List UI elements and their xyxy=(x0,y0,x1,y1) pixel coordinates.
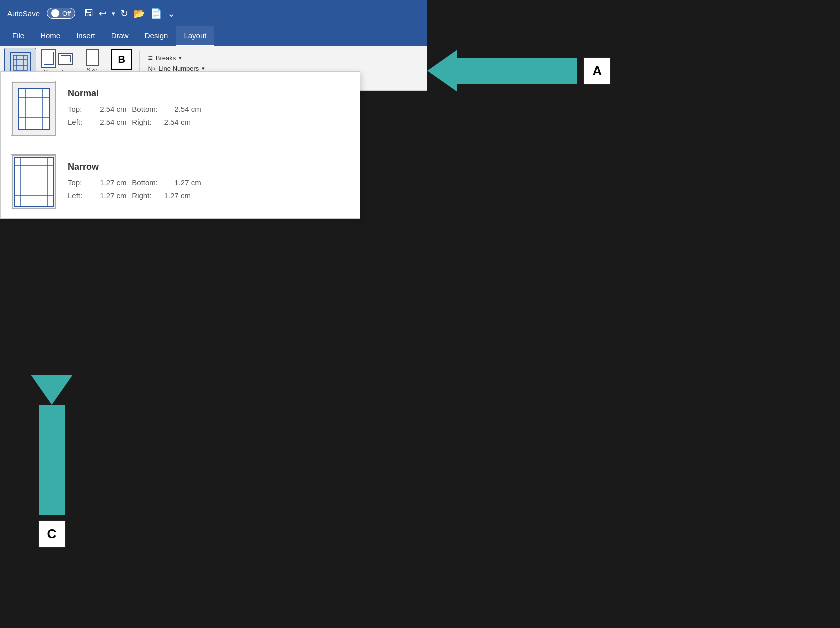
narrow-bottom-label: Bottom: xyxy=(132,176,162,190)
svg-rect-1 xyxy=(14,56,28,70)
normal-left-label: Left: xyxy=(68,116,98,129)
normal-top-val: 2.54 cm xyxy=(100,103,130,116)
orient-landscape xyxy=(58,53,74,65)
open-folder-icon[interactable]: 📂 xyxy=(134,8,146,20)
normal-right-label: Right: xyxy=(132,116,162,129)
normal-margin-thumbnail xyxy=(11,81,56,136)
narrow-thumbnail-svg xyxy=(12,155,56,210)
undo-icon[interactable]: ↩ xyxy=(99,8,107,20)
label-a: A xyxy=(593,64,602,79)
arrow-a-container: A xyxy=(428,50,612,92)
normal-bottom-label: Bottom: xyxy=(132,103,162,116)
size-icon xyxy=(86,49,99,66)
narrow-margin-thumbnail xyxy=(11,154,56,210)
narrow-bottom-val: 1.27 cm xyxy=(174,176,204,190)
normal-margin-info: Normal Top: 2.54 cm Bottom: 2.54 cm Left… xyxy=(68,88,350,128)
tab-insert[interactable]: Insert xyxy=(68,26,104,46)
margin-item-normal[interactable]: Normal Top: 2.54 cm Bottom: 2.54 cm Left… xyxy=(1,72,360,146)
columns-icon: B xyxy=(112,49,132,70)
narrow-margin-name: Narrow xyxy=(68,162,350,172)
arrow-a-body xyxy=(458,58,578,84)
tab-draw[interactable]: Draw xyxy=(104,26,137,46)
breaks-icon: ≡ xyxy=(148,54,152,63)
orientation-icon xyxy=(42,49,74,68)
margin-item-narrow[interactable]: Narrow Top: 1.27 cm Bottom: 1.27 cm Left… xyxy=(1,146,360,218)
ribbon-tabs: File Home Insert Draw Design Layout xyxy=(0,26,427,46)
narrow-left-label: Left: xyxy=(68,190,98,202)
normal-margin-detail: Top: 2.54 cm Bottom: 2.54 cm Left: 2.54 … xyxy=(68,103,350,128)
breaks-label: Breaks xyxy=(156,54,176,62)
toggle-knob xyxy=(52,10,60,18)
arrow-c-arrow xyxy=(31,375,73,515)
more-icon[interactable]: ⌄ xyxy=(168,8,176,20)
narrow-right-label: Right: xyxy=(132,190,162,202)
normal-margin-name: Normal xyxy=(68,88,350,99)
tab-home[interactable]: Home xyxy=(32,26,68,46)
breaks-button[interactable]: ≡ Breaks ▾ xyxy=(148,54,207,63)
narrow-top-label: Top: xyxy=(68,176,98,190)
columns-icon-label: B xyxy=(118,54,125,66)
save-icon[interactable]: 🖫 xyxy=(84,8,94,19)
tab-file[interactable]: File xyxy=(4,26,32,46)
title-icons: 🖫 ↩ ▾ ↻ 📂 📄 ⌄ xyxy=(84,8,176,20)
new-doc-icon[interactable]: 📄 xyxy=(150,8,162,20)
narrow-top-val: 1.27 cm xyxy=(100,176,130,190)
narrow-margin-detail: Top: 1.27 cm Bottom: 1.27 cm Left: 1.27 … xyxy=(68,176,350,202)
label-a-box: A xyxy=(584,57,612,85)
margins-dropdown-panel: Normal Top: 2.54 cm Bottom: 2.54 cm Left… xyxy=(0,72,360,219)
arrow-a-head xyxy=(428,50,458,92)
orient-inner xyxy=(44,52,54,65)
label-c: C xyxy=(48,526,57,542)
toggle-text: Off xyxy=(62,10,71,18)
tab-layout[interactable]: Layout xyxy=(176,26,214,46)
normal-top-label: Top: xyxy=(68,103,98,116)
autosave-label: AutoSave xyxy=(8,10,40,18)
title-bar: AutoSave Off 🖫 ↩ ▾ ↻ 📂 📄 ⌄ xyxy=(0,0,427,26)
word-window: AutoSave Off 🖫 ↩ ▾ ↻ 📂 📄 ⌄ File Home Ins… xyxy=(0,0,428,92)
normal-thumbnail-svg xyxy=(12,82,56,136)
redo-icon[interactable]: ↻ xyxy=(120,8,128,20)
tab-design[interactable]: Design xyxy=(137,26,176,46)
arrow-c-container: C xyxy=(31,375,73,548)
orient-portrait xyxy=(42,49,56,68)
normal-left-val: 2.54 cm xyxy=(100,116,130,129)
arrow-c-head xyxy=(31,375,73,405)
breaks-chevron: ▾ xyxy=(179,55,182,62)
orient-landscape-inner xyxy=(61,56,71,62)
narrow-margin-info: Narrow Top: 1.27 cm Bottom: 1.27 cm Left… xyxy=(68,162,350,202)
label-c-box: C xyxy=(38,520,66,548)
size-icon-box xyxy=(86,49,99,66)
arrow-a-arrow xyxy=(428,50,578,92)
arrow-c-body xyxy=(39,405,65,515)
narrow-left-val: 1.27 cm xyxy=(100,190,130,202)
svg-rect-7 xyxy=(18,88,50,130)
normal-bottom-val: 2.54 cm xyxy=(174,103,204,116)
normal-right-val: 2.54 cm xyxy=(164,116,194,129)
undo-dropdown-icon[interactable]: ▾ xyxy=(112,10,116,18)
autosave-toggle[interactable]: Off xyxy=(47,8,76,19)
narrow-right-val: 1.27 cm xyxy=(164,190,194,202)
